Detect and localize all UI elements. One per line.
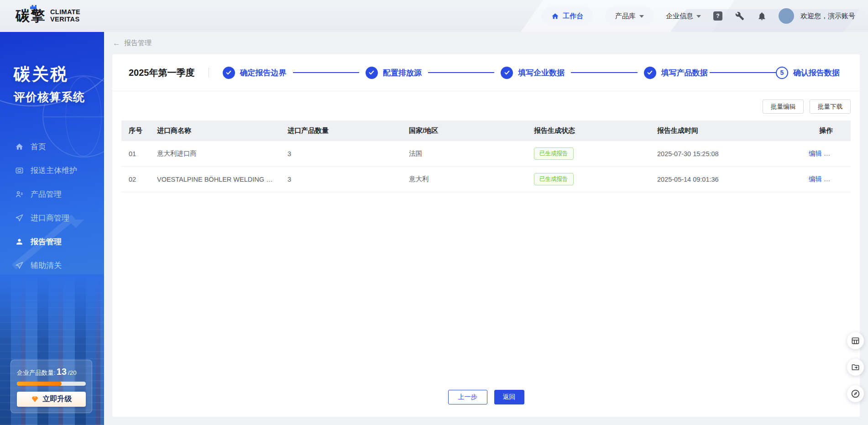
- breadcrumb: ← 报告管理: [104, 32, 868, 54]
- sidebar-title-line1: 碳关税: [14, 63, 104, 86]
- cell-report-status: 已生成报告: [527, 167, 650, 192]
- quota-label: 企业产品数量:: [17, 369, 56, 377]
- user-icon: [15, 237, 24, 246]
- nav-product-library[interactable]: 产品库: [605, 7, 654, 25]
- notifications-button[interactable]: [757, 11, 767, 21]
- cell-country: 意大利: [402, 167, 527, 192]
- breadcrumb-label: 报告管理: [124, 39, 152, 47]
- cell-index: 02: [121, 167, 150, 192]
- quota-used-count: 13: [57, 367, 67, 377]
- header-report-time: 报告生成时间: [650, 121, 801, 141]
- user-avatar[interactable]: [779, 8, 794, 24]
- sidebar-item-label: 报送主体维护: [31, 165, 77, 176]
- table-toolbar: 批量编辑 批量下载: [112, 91, 860, 114]
- back-arrow-icon[interactable]: ←: [113, 39, 120, 48]
- sidebar-item-product-management[interactable]: 产品管理: [0, 182, 104, 206]
- sidebar-title: 碳关税 评价核算系统: [0, 32, 104, 105]
- importer-report-table: 序号 进口商名称 进口产品数量 国家/地区 报告生成状态 报告生成时间 操作 0…: [121, 121, 851, 192]
- cell-product-count: 3: [280, 167, 402, 192]
- folder-tool-button[interactable]: [847, 359, 864, 376]
- sidebar: 碳关税 评价核算系统 首页 报送主体维护 产品管理 进口商管理 报告管: [0, 32, 104, 425]
- edit-link[interactable]: 编辑: [809, 175, 822, 183]
- sidebar-title-line2: 评价核算系统: [14, 89, 104, 105]
- compass-icon: [851, 389, 860, 399]
- step-check-icon: [501, 67, 513, 79]
- report-period: 2025年第一季度: [129, 67, 195, 79]
- cell-importer-name: 意大利进口商: [150, 141, 280, 167]
- wizard-stepper: 2025年第一季度 确定报告边界 配置排放源: [112, 54, 860, 91]
- grid-table-icon: [851, 336, 860, 345]
- step-check-icon: [223, 67, 235, 79]
- settings-button[interactable]: [735, 11, 745, 21]
- bell-icon: [757, 11, 767, 21]
- report-wizard-card: 2025年第一季度 确定报告边界 配置排放源: [112, 54, 860, 417]
- data-table-tool-button[interactable]: [847, 332, 864, 349]
- send-icon: [15, 214, 24, 222]
- batch-download-button[interactable]: 批量下载: [810, 100, 851, 114]
- step-connector: [710, 72, 776, 73]
- return-button[interactable]: 返回: [494, 390, 524, 404]
- upgrade-button-label: 立即升级: [43, 394, 72, 404]
- id-card-icon: [15, 166, 24, 175]
- previous-step-button[interactable]: 上一步: [448, 390, 487, 404]
- brand-logo: 碳擎 CLIMATE VERITAS: [16, 6, 80, 26]
- cell-index: 01: [121, 141, 150, 167]
- help-icon: ?: [713, 11, 722, 21]
- sidebar-item-report-management[interactable]: 报告管理: [0, 230, 104, 253]
- sidebar-item-label: 报告管理: [31, 236, 62, 247]
- sidebar-item-reporting-entity[interactable]: 报送主体维护: [0, 158, 104, 182]
- divider: [209, 68, 209, 78]
- step-configure-emission-sources[interactable]: 配置排放源: [366, 67, 422, 79]
- nav-company-info[interactable]: 企业信息: [666, 12, 701, 21]
- cell-report-status: 已生成报告: [527, 141, 650, 167]
- table-row: 01 意大利进口商 3 法国 已生成报告 2025-07-30 15:25:08…: [121, 141, 851, 167]
- sidebar-item-label: 首页: [31, 142, 46, 152]
- step-confirm-report-data[interactable]: 5 确认报告数据: [776, 67, 840, 79]
- step-fill-product-data[interactable]: 填写产品数据: [644, 67, 708, 79]
- table-header-row: 序号 进口商名称 进口产品数量 国家/地区 报告生成状态 报告生成时间 操作: [121, 121, 851, 141]
- batch-edit-button[interactable]: 批量编辑: [763, 100, 804, 114]
- step-label: 填写企业数据: [518, 68, 565, 78]
- sidebar-item-customs-assist[interactable]: 辅助清关: [0, 253, 104, 277]
- step-check-icon: [644, 67, 656, 79]
- logo-en-line2: VERITAS: [50, 16, 80, 23]
- download-link[interactable]: 下载: [842, 150, 851, 157]
- floating-tools: [847, 332, 864, 402]
- step-label: 配置排放源: [383, 68, 422, 78]
- step-number-icon: 5: [776, 67, 788, 79]
- compass-tool-button[interactable]: [847, 385, 864, 402]
- step-label: 填写产品数据: [661, 68, 708, 78]
- user-gear-icon: [15, 190, 24, 199]
- header-report-status: 报告生成状态: [527, 121, 650, 141]
- header-importer-name: 进口商名称: [150, 121, 280, 141]
- chevron-down-icon: [639, 15, 644, 18]
- home-icon: [551, 12, 559, 20]
- sidebar-item-home[interactable]: 首页: [0, 135, 104, 158]
- step-fill-enterprise-data[interactable]: 填写企业数据: [501, 67, 565, 79]
- welcome-text: 欢迎您，演示账号: [800, 12, 855, 21]
- header-country: 国家/地区: [402, 121, 527, 141]
- quota-text: 企业产品数量: 13 /20: [17, 367, 86, 377]
- edit-link[interactable]: 编辑: [809, 150, 822, 157]
- step-label: 确认报告数据: [793, 68, 840, 78]
- quota-total-count: /20: [68, 369, 77, 376]
- step-connector: [428, 72, 494, 73]
- header-product-count: 进口产品数量: [280, 121, 402, 141]
- help-button[interactable]: ?: [713, 11, 723, 21]
- download-link[interactable]: 下载: [842, 175, 851, 183]
- sidebar-item-label: 产品管理: [31, 189, 62, 199]
- nav-workbench[interactable]: 工作台: [541, 7, 593, 25]
- gem-icon: [31, 395, 39, 403]
- upgrade-button[interactable]: 立即升级: [17, 392, 86, 407]
- cell-report-time: 2025-07-30 15:25:08: [650, 141, 801, 167]
- cell-actions: 编辑 下载: [801, 141, 851, 167]
- product-quota-card: 企业产品数量: 13 /20 立即升级: [10, 360, 92, 413]
- step-define-boundary[interactable]: 确定报告边界: [223, 67, 287, 79]
- sidebar-menu: 首页 报送主体维护 产品管理 进口商管理 报告管理 辅助清关: [0, 135, 104, 277]
- sidebar-item-importer-management[interactable]: 进口商管理: [0, 206, 104, 230]
- header-actions: 操作: [801, 121, 851, 141]
- sidebar-item-label: 辅助清关: [31, 260, 62, 271]
- nav-company-info-label: 企业信息: [666, 12, 693, 21]
- step-connector: [293, 72, 359, 73]
- top-header: 碳擎 CLIMATE VERITAS 工作台 产品库 企业信息 ?: [0, 0, 868, 32]
